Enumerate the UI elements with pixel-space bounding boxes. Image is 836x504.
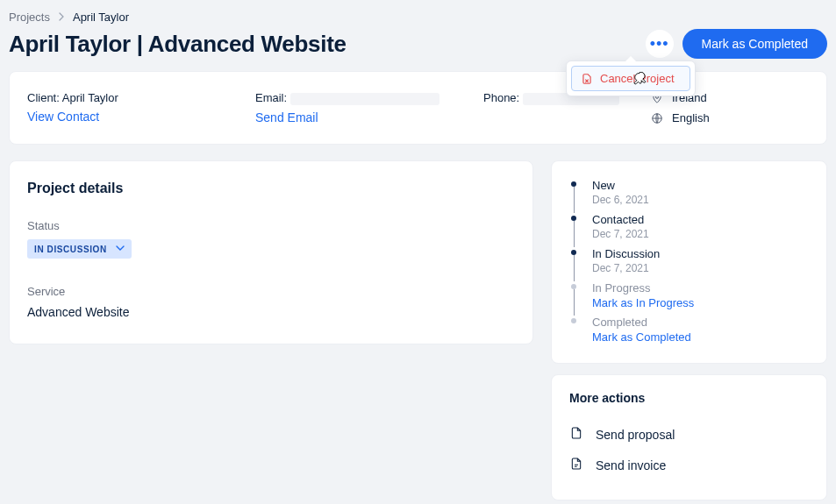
language-row: English [651, 111, 809, 124]
service-value: Advanced Website [27, 305, 515, 319]
breadcrumb-current: April Taylor [73, 11, 129, 24]
timeline-item: New Dec 6, 2021 [569, 179, 809, 213]
status-value: IN DISCUSSION [34, 245, 107, 254]
status-label: Status [27, 219, 515, 232]
cancel-project-item[interactable]: Cancel Project [571, 66, 690, 91]
timeline-list: New Dec 6, 2021 Contacted Dec 7, 2021 In… [569, 179, 809, 344]
timeline-item: Contacted Dec 7, 2021 [569, 213, 809, 247]
timeline-line [574, 187, 575, 213]
more-icon: ••• [650, 36, 669, 52]
timeline-title: In Progress [592, 281, 694, 295]
status-field: Status IN DISCUSSION [27, 219, 515, 259]
client-column: Client: April Taylor View Contact [27, 91, 229, 124]
globe-icon [651, 112, 663, 124]
timeline-line [574, 323, 575, 344]
more-actions-button[interactable]: ••• [646, 30, 674, 58]
more-actions-heading: More actions [569, 391, 809, 405]
timeline-line [574, 255, 575, 281]
timeline-item: In Discussion Dec 7, 2021 [569, 247, 809, 281]
cancel-project-label: Cancel Project [600, 72, 675, 85]
project-details-panel: Project details Status IN DISCUSSION Ser… [9, 160, 533, 344]
timeline-line [574, 289, 575, 316]
breadcrumb-root[interactable]: Projects [9, 11, 50, 24]
cancel-file-icon [581, 73, 593, 85]
email-label: Email: [255, 91, 457, 105]
timeline-item: Completed Mark as Completed [569, 316, 809, 344]
file-icon [569, 426, 583, 443]
content-grid: Project details Status IN DISCUSSION Ser… [9, 160, 827, 500]
action-label: Send proposal [596, 428, 675, 442]
timeline-title: Contacted [592, 213, 649, 226]
breadcrumb: Projects April Taylor [9, 11, 827, 29]
timeline-title: Completed [592, 316, 691, 329]
timeline-item: In Progress Mark as In Progress [569, 281, 809, 316]
more-actions-panel: More actions Send proposal Send invoice [551, 374, 827, 500]
service-field: Service Advanced Website [27, 285, 515, 319]
timeline-date: Dec 7, 2021 [592, 228, 649, 240]
action-item[interactable]: Send proposal [569, 419, 809, 450]
service-label: Service [27, 285, 515, 298]
invoice-icon [569, 457, 583, 473]
client-label: Client: April Taylor [27, 91, 229, 104]
timeline-line [574, 221, 575, 247]
email-redacted [290, 93, 439, 105]
timeline-title: New [592, 179, 649, 192]
chevron-right-icon [59, 11, 64, 24]
timeline-panel: New Dec 6, 2021 Contacted Dec 7, 2021 In… [551, 160, 827, 364]
timeline-date: Dec 7, 2021 [592, 262, 660, 274]
view-contact-link[interactable]: View Contact [27, 110, 229, 124]
more-actions-dropdown: Cancel Project [566, 60, 696, 96]
send-email-link[interactable]: Send Email [255, 110, 457, 124]
contact-panel: Client: April Taylor View Contact Email:… [9, 71, 827, 145]
action-item[interactable]: Send invoice [569, 450, 809, 480]
action-label: Send invoice [596, 458, 666, 472]
language-value: English [672, 111, 710, 124]
page-header: April Taylor | Advanced Website ••• Mark… [9, 29, 827, 71]
project-details-heading: Project details [27, 181, 515, 196]
timeline-title: In Discussion [592, 247, 660, 260]
chevron-down-icon [116, 243, 125, 255]
timeline-action-link[interactable]: Mark as Completed [592, 330, 691, 344]
timeline-date: Dec 6, 2021 [592, 194, 649, 206]
email-column: Email: Send Email [255, 91, 457, 124]
header-actions: ••• Mark as Completed Cancel Project [646, 29, 827, 59]
status-dropdown[interactable]: IN DISCUSSION [27, 239, 132, 259]
mark-completed-button[interactable]: Mark as Completed [682, 29, 827, 59]
timeline-action-link[interactable]: Mark as In Progress [592, 296, 694, 309]
page-title: April Taylor | Advanced Website [9, 31, 347, 58]
